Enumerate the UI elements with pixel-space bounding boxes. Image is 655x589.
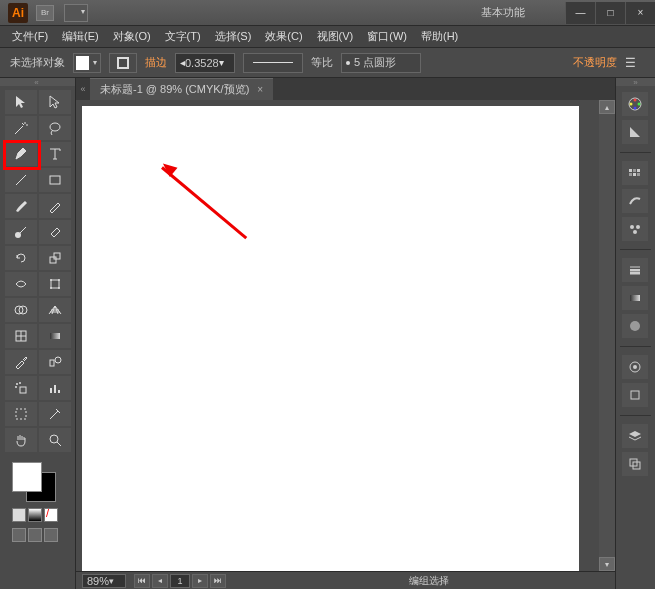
- document-tab[interactable]: 未标题-1 @ 89% (CMYK/预览) ×: [90, 78, 273, 100]
- svg-point-30: [634, 99, 637, 102]
- menu-window[interactable]: 窗口(W): [367, 29, 407, 44]
- maximize-button[interactable]: □: [595, 2, 625, 24]
- rectangle-tool[interactable]: [39, 168, 71, 192]
- appearance-panel-icon[interactable]: [622, 355, 648, 379]
- shape-builder-tool[interactable]: [5, 298, 37, 322]
- control-bar: 未选择对象 ▾ 描边 ◂ 0.3528 ▾ 等比 5 点圆形 不透明度 ☰: [0, 48, 655, 78]
- slice-tool[interactable]: [39, 402, 71, 426]
- svg-point-32: [634, 107, 637, 110]
- svg-rect-36: [637, 169, 640, 172]
- svg-rect-17: [50, 360, 54, 366]
- svg-line-1: [16, 175, 26, 185]
- eyedropper-tool[interactable]: [5, 350, 37, 374]
- type-tool[interactable]: [39, 142, 71, 166]
- swatches-panel-icon[interactable]: [622, 161, 648, 185]
- draw-inside[interactable]: [44, 528, 58, 542]
- svg-rect-23: [50, 388, 52, 393]
- stroke-profile[interactable]: [243, 53, 303, 73]
- menu-object[interactable]: 对象(O): [113, 29, 151, 44]
- artboard-number[interactable]: 1: [170, 574, 190, 588]
- line-segment-tool[interactable]: [5, 168, 37, 192]
- draw-behind[interactable]: [28, 528, 42, 542]
- zoom-tool[interactable]: [39, 428, 71, 452]
- workspace-switcher[interactable]: 基本功能: [481, 5, 525, 20]
- magic-wand-tool[interactable]: [5, 116, 37, 140]
- scroll-up-icon[interactable]: ▴: [599, 100, 615, 114]
- artboards-panel-icon[interactable]: [622, 452, 648, 476]
- tools-panel-grip[interactable]: «: [0, 78, 75, 86]
- minimize-button[interactable]: —: [565, 2, 595, 24]
- graphic-styles-panel-icon[interactable]: [622, 383, 648, 407]
- none-mode[interactable]: /: [44, 508, 58, 522]
- menu-view[interactable]: 视图(V): [317, 29, 354, 44]
- stroke-panel-icon[interactable]: [622, 258, 648, 282]
- brushes-panel-icon[interactable]: [622, 189, 648, 213]
- svg-rect-37: [629, 173, 632, 176]
- menu-bar: 文件(F) 编辑(E) 对象(O) 文字(T) 选择(S) 效果(C) 视图(V…: [0, 26, 655, 48]
- blob-brush-tool[interactable]: [5, 220, 37, 244]
- width-tool[interactable]: [5, 272, 37, 296]
- close-button[interactable]: ×: [625, 2, 655, 24]
- bridge-badge[interactable]: Br: [36, 5, 54, 21]
- rotate-tool[interactable]: [5, 246, 37, 270]
- canvas[interactable]: [82, 106, 579, 571]
- panel-grip[interactable]: »: [616, 78, 655, 86]
- draw-normal[interactable]: [12, 528, 26, 542]
- svg-point-42: [633, 230, 637, 234]
- svg-point-49: [633, 365, 637, 369]
- paintbrush-tool[interactable]: [5, 194, 37, 218]
- direct-selection-tool[interactable]: [39, 90, 71, 114]
- next-artboard-icon[interactable]: ▸: [192, 574, 208, 588]
- layers-panel-icon[interactable]: [622, 424, 648, 448]
- stroke-swatch[interactable]: [109, 53, 137, 73]
- svg-rect-6: [51, 280, 59, 288]
- selection-tool[interactable]: [5, 90, 37, 114]
- opacity-label[interactable]: 不透明度: [573, 55, 617, 70]
- pen-tool[interactable]: [5, 142, 37, 166]
- menu-help[interactable]: 帮助(H): [421, 29, 458, 44]
- lasso-tool[interactable]: [39, 116, 71, 140]
- gradient-tool[interactable]: [39, 324, 71, 348]
- perspective-grid-tool[interactable]: [39, 298, 71, 322]
- fill-stroke-indicator[interactable]: [12, 462, 60, 502]
- column-graph-tool[interactable]: [39, 376, 71, 400]
- menu-select[interactable]: 选择(S): [215, 29, 252, 44]
- eraser-tool[interactable]: [39, 220, 71, 244]
- prev-artboard-icon[interactable]: ◂: [152, 574, 168, 588]
- last-artboard-icon[interactable]: ⏭: [210, 574, 226, 588]
- menu-type[interactable]: 文字(T): [165, 29, 201, 44]
- blend-tool[interactable]: [39, 350, 71, 374]
- menu-file[interactable]: 文件(F): [12, 29, 48, 44]
- control-menu-icon[interactable]: ☰: [625, 56, 645, 70]
- artboard-tool[interactable]: [5, 402, 37, 426]
- stroke-weight-input[interactable]: ◂ 0.3528 ▾: [175, 53, 235, 73]
- vertical-scrollbar[interactable]: ▴ ▾: [599, 100, 615, 571]
- hand-tool[interactable]: [5, 428, 37, 452]
- scale-tool[interactable]: [39, 246, 71, 270]
- menu-effect[interactable]: 效果(C): [265, 29, 302, 44]
- stroke-label[interactable]: 描边: [145, 55, 167, 70]
- menu-edit[interactable]: 编辑(E): [62, 29, 99, 44]
- zoom-input[interactable]: 89% ▾: [82, 574, 126, 588]
- tab-close-icon[interactable]: ×: [257, 84, 263, 95]
- pencil-tool[interactable]: [39, 194, 71, 218]
- fill-swatch[interactable]: ▾: [73, 53, 101, 73]
- color-guide-panel-icon[interactable]: [622, 120, 648, 144]
- svg-rect-46: [630, 295, 640, 301]
- scroll-down-icon[interactable]: ▾: [599, 557, 615, 571]
- layout-dropdown[interactable]: [64, 4, 88, 22]
- panel-collapse-icon[interactable]: «: [76, 84, 90, 94]
- free-transform-tool[interactable]: [39, 272, 71, 296]
- fill-color[interactable]: [12, 462, 42, 492]
- gradient-mode[interactable]: [28, 508, 42, 522]
- brush-definition[interactable]: 5 点圆形: [341, 53, 421, 73]
- color-mode[interactable]: [12, 508, 26, 522]
- gradient-panel-icon[interactable]: [622, 286, 648, 310]
- first-artboard-icon[interactable]: ⏮: [134, 574, 150, 588]
- symbol-sprayer-tool[interactable]: [5, 376, 37, 400]
- svg-rect-16: [50, 333, 60, 339]
- color-panel-icon[interactable]: [622, 92, 648, 116]
- transparency-panel-icon[interactable]: [622, 314, 648, 338]
- symbols-panel-icon[interactable]: [622, 217, 648, 241]
- mesh-tool[interactable]: [5, 324, 37, 348]
